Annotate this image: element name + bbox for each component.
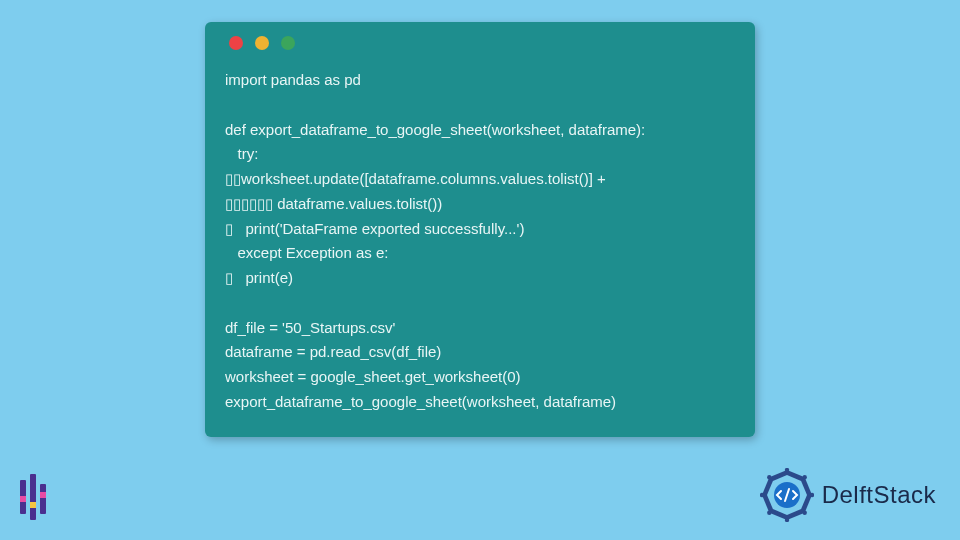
svg-point-10 [767, 475, 771, 479]
svg-point-3 [784, 468, 788, 472]
brand-name: DelftStack [822, 481, 936, 509]
code-block: import pandas as pd def export_dataframe… [225, 68, 735, 415]
maximize-icon [281, 36, 295, 50]
close-icon [229, 36, 243, 50]
svg-point-8 [767, 511, 771, 515]
svg-point-7 [784, 518, 788, 522]
svg-point-4 [802, 475, 806, 479]
code-card: import pandas as pd def export_dataframe… [205, 22, 755, 437]
brand-mark-icon [20, 474, 56, 522]
minimize-icon [255, 36, 269, 50]
delftstack-badge-icon [760, 468, 814, 522]
window-controls [225, 36, 735, 50]
brand-logo: DelftStack [760, 468, 936, 522]
svg-point-5 [809, 493, 813, 497]
svg-point-9 [760, 493, 764, 497]
svg-point-6 [802, 511, 806, 515]
